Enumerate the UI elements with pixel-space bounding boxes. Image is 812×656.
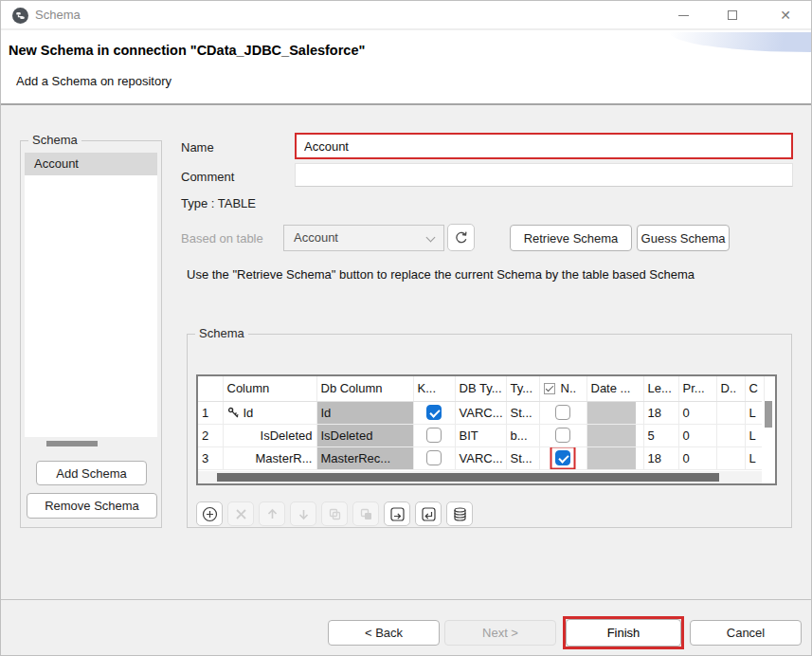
back-button[interactable]: < Back: [328, 620, 440, 646]
db-type-cell[interactable]: BIT: [455, 424, 506, 446]
decorative-wedge: [669, 32, 811, 52]
length-cell[interactable]: 18: [643, 446, 678, 469]
add-schema-button[interactable]: Add Schema: [36, 461, 147, 485]
scrollbar-thumb[interactable]: [765, 401, 772, 428]
date-pattern-cell[interactable]: [586, 446, 643, 469]
scrollbar-thumb[interactable]: [46, 441, 98, 446]
cancel-button[interactable]: Cancel: [690, 620, 802, 646]
remove-schema-button[interactable]: Remove Schema: [27, 493, 157, 519]
precision-cell[interactable]: 0: [678, 424, 716, 446]
col-header-comment[interactable]: C: [745, 376, 764, 401]
col-header-num: [198, 376, 223, 401]
paste-button[interactable]: [352, 501, 379, 526]
nullable-header-checkbox[interactable]: [544, 383, 555, 394]
wizard-header: New Schema in connection "CData_JDBC_Sal…: [1, 30, 811, 105]
remove-row-button[interactable]: [227, 501, 254, 526]
column-cell[interactable]: MasterR...: [223, 446, 316, 469]
nullable-checkbox[interactable]: [555, 450, 570, 465]
comment-cell[interactable]: L: [745, 401, 764, 424]
col-header-date[interactable]: Date ...: [586, 376, 643, 401]
col-header-default[interactable]: D..: [716, 376, 745, 401]
default-cell[interactable]: [716, 424, 745, 446]
plus-circle-icon: [202, 506, 218, 522]
type-cell[interactable]: b...: [506, 424, 539, 446]
maximize-icon: [728, 10, 737, 20]
comment-cell[interactable]: L: [745, 424, 764, 446]
nullable-checkbox[interactable]: [555, 428, 570, 443]
name-input[interactable]: [295, 133, 793, 159]
database-button[interactable]: [446, 501, 473, 526]
db-column-cell[interactable]: IsDeleted: [316, 424, 413, 446]
col-header-precision[interactable]: Pr...: [678, 376, 716, 401]
key-cell[interactable]: [413, 424, 455, 446]
date-pattern-cell[interactable]: [586, 424, 643, 446]
move-up-button[interactable]: [259, 501, 285, 526]
schema-list[interactable]: Account: [25, 153, 157, 437]
length-cell[interactable]: 18: [643, 401, 678, 424]
date-pattern-cell[interactable]: [586, 401, 643, 424]
schema-list-hscrollbar[interactable]: [25, 441, 157, 447]
table-vscrollbar[interactable]: [762, 401, 775, 471]
schema-list-group: Schema Account Add Schema Remove Schema: [20, 140, 162, 528]
comment-input[interactable]: [295, 163, 793, 187]
nullable-checkbox[interactable]: [555, 405, 570, 420]
arrow-up-icon: [265, 507, 280, 521]
close-button[interactable]: ✕: [767, 1, 804, 29]
table-hscrollbar[interactable]: [198, 471, 762, 483]
col-header-nullable[interactable]: N..: [539, 376, 586, 401]
col-header-length[interactable]: Le...: [643, 376, 678, 401]
table-row[interactable]: 3 MasterR... MasterRec... VARC... St... …: [198, 446, 764, 469]
finish-button[interactable]: Finish: [566, 619, 681, 647]
precision-cell[interactable]: 0: [678, 401, 716, 424]
nullable-cell[interactable]: [539, 401, 586, 424]
based-on-table-select[interactable]: Account: [283, 225, 444, 251]
add-row-button[interactable]: [196, 501, 223, 526]
maximize-button[interactable]: [713, 1, 751, 29]
table-row[interactable]: 1 Id Id VARC... St...: [198, 401, 764, 424]
db-type-cell[interactable]: VARC...: [455, 401, 506, 424]
row-number: 3: [198, 446, 223, 469]
scrollbar-thumb[interactable]: [217, 473, 719, 482]
database-icon: [452, 506, 468, 522]
col-header-db-column[interactable]: Db Column: [316, 376, 413, 401]
column-cell[interactable]: IsDeleted: [223, 424, 316, 446]
window-title: Schema: [35, 8, 81, 22]
type-cell[interactable]: St...: [506, 401, 539, 424]
nullable-cell[interactable]: [539, 424, 586, 446]
row-number: 2: [198, 424, 223, 446]
key-checkbox[interactable]: [426, 450, 442, 465]
db-type-cell[interactable]: VARC...: [455, 446, 506, 469]
close-icon: ✕: [780, 8, 791, 23]
row-number: 1: [198, 401, 223, 424]
comment-cell[interactable]: L: [745, 446, 764, 469]
default-cell[interactable]: [716, 401, 745, 424]
column-cell[interactable]: Id: [223, 401, 316, 424]
nullable-cell[interactable]: [539, 446, 586, 469]
move-down-button[interactable]: [290, 501, 316, 526]
col-header-db-type[interactable]: DB Ty...: [455, 376, 506, 401]
copy-button[interactable]: [321, 501, 348, 526]
refresh-tables-button[interactable]: [447, 224, 475, 251]
guess-schema-button[interactable]: Guess Schema: [637, 225, 730, 251]
key-checkbox[interactable]: [426, 428, 442, 443]
length-cell[interactable]: 5: [643, 424, 678, 446]
col-header-column[interactable]: Column: [223, 376, 316, 401]
key-cell[interactable]: [413, 401, 455, 424]
db-column-cell[interactable]: Id: [316, 401, 413, 424]
default-cell[interactable]: [716, 446, 745, 469]
type-cell[interactable]: St...: [506, 446, 539, 469]
import-button[interactable]: [415, 501, 442, 526]
retrieve-schema-button[interactable]: Retrieve Schema: [510, 225, 632, 251]
key-cell[interactable]: [413, 446, 455, 469]
minimize-button[interactable]: [664, 1, 702, 29]
precision-cell[interactable]: 0: [678, 446, 716, 469]
date-pattern-placeholder: [587, 402, 636, 424]
schema-list-item-account[interactable]: Account: [25, 153, 157, 175]
col-header-key[interactable]: K...: [413, 376, 455, 401]
key-checkbox[interactable]: [426, 405, 442, 420]
table-row[interactable]: 2 IsDeleted IsDeleted BIT b... 5 0 L: [198, 424, 764, 446]
col-header-type[interactable]: Ty...: [506, 376, 539, 401]
export-button[interactable]: [384, 501, 410, 526]
next-button[interactable]: Next >: [444, 620, 556, 646]
db-column-cell[interactable]: MasterRec...: [316, 446, 413, 469]
